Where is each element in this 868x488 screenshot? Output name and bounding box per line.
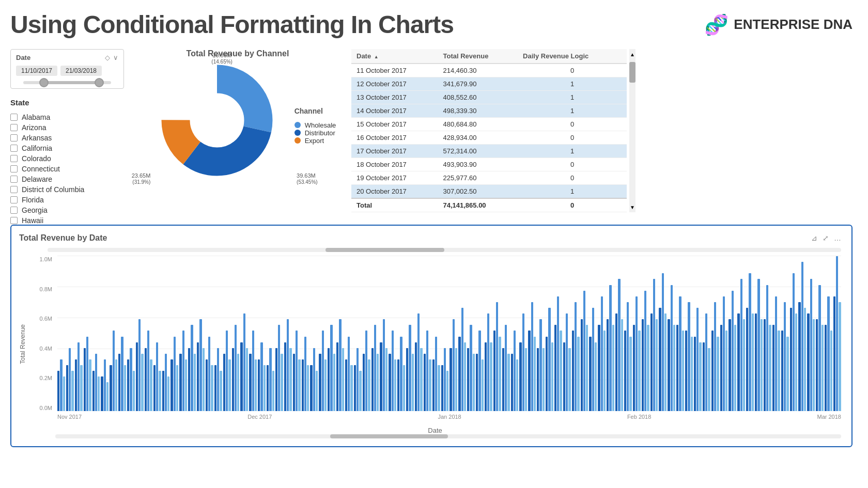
state-checkbox[interactable] xyxy=(10,145,18,152)
bar-group[interactable] xyxy=(807,256,815,411)
bar[interactable] xyxy=(699,342,701,411)
bar[interactable] xyxy=(764,319,766,411)
bar[interactable] xyxy=(795,313,797,411)
bar[interactable] xyxy=(113,330,115,411)
bar[interactable] xyxy=(258,359,260,411)
bar[interactable] xyxy=(705,313,707,411)
bar[interactable] xyxy=(426,330,428,411)
bar[interactable] xyxy=(766,285,768,411)
state-checkbox[interactable] xyxy=(10,176,18,183)
bar-group[interactable] xyxy=(458,256,466,411)
bar[interactable] xyxy=(816,319,818,411)
table-row[interactable]: 13 October 2017408,552.601 xyxy=(351,91,627,104)
bar[interactable] xyxy=(118,354,120,411)
bar[interactable] xyxy=(694,337,696,411)
bar[interactable] xyxy=(525,348,527,411)
bar[interactable] xyxy=(714,302,716,411)
bar-group[interactable] xyxy=(153,256,161,411)
bar[interactable] xyxy=(194,354,196,411)
bar[interactable] xyxy=(293,354,295,411)
bar[interactable] xyxy=(371,348,374,411)
bar[interactable] xyxy=(60,359,62,411)
bar[interactable] xyxy=(409,325,411,411)
bar[interactable] xyxy=(542,348,545,411)
state-item[interactable]: Georgia xyxy=(10,205,124,215)
bar[interactable] xyxy=(167,376,169,411)
bar[interactable] xyxy=(179,354,181,411)
bar-group[interactable] xyxy=(816,256,824,411)
bar[interactable] xyxy=(662,273,664,411)
state-item[interactable]: California xyxy=(10,143,124,153)
bar[interactable] xyxy=(566,313,568,411)
bar[interactable] xyxy=(781,330,783,411)
bar[interactable] xyxy=(63,376,65,411)
bar[interactable] xyxy=(825,325,827,411)
bar[interactable] xyxy=(328,348,330,411)
bar-group[interactable] xyxy=(519,256,527,411)
bar[interactable] xyxy=(798,302,800,411)
bar[interactable] xyxy=(478,330,481,411)
bar[interactable] xyxy=(537,348,539,411)
state-item[interactable]: Delaware xyxy=(10,174,124,184)
state-checkbox[interactable] xyxy=(10,217,18,224)
bar[interactable] xyxy=(778,330,780,411)
bar[interactable] xyxy=(98,376,100,411)
chart-scrollbar-bottom[interactable] xyxy=(55,434,841,438)
bar[interactable] xyxy=(673,325,675,411)
bar-group[interactable] xyxy=(572,256,580,411)
bar[interactable] xyxy=(505,325,507,411)
bar[interactable] xyxy=(581,319,583,411)
filter-icon[interactable]: ⊿ xyxy=(811,234,817,242)
col-logic[interactable]: Daily Revenue Logic xyxy=(518,49,627,64)
bar[interactable] xyxy=(784,302,786,411)
bar[interactable] xyxy=(284,342,286,411)
bar-group[interactable] xyxy=(363,256,370,411)
table-row[interactable]: 17 October 2017572,314.001 xyxy=(351,145,627,158)
bar[interactable] xyxy=(624,330,626,411)
bar[interactable] xyxy=(723,296,725,411)
bar[interactable] xyxy=(746,308,748,411)
bar[interactable] xyxy=(171,359,173,411)
bar[interactable] xyxy=(612,325,614,411)
bar[interactable] xyxy=(453,319,455,411)
bar[interactable] xyxy=(575,302,577,411)
bar[interactable] xyxy=(420,348,422,411)
bar[interactable] xyxy=(296,330,298,411)
bar[interactable] xyxy=(397,359,399,411)
bar[interactable] xyxy=(324,359,327,411)
bar-group[interactable] xyxy=(668,256,675,411)
bar-group[interactable] xyxy=(310,256,318,411)
bar-group[interactable] xyxy=(136,256,144,411)
bar[interactable] xyxy=(546,337,548,411)
table-row[interactable]: 11 October 2017214,460.300 xyxy=(351,64,627,77)
bar[interactable] xyxy=(153,365,156,411)
bar[interactable] xyxy=(339,319,341,411)
bar[interactable] xyxy=(487,313,489,411)
state-item[interactable]: Arizona xyxy=(10,122,124,133)
bar[interactable] xyxy=(89,359,91,411)
bar[interactable] xyxy=(534,337,536,411)
bar-group[interactable] xyxy=(642,256,649,411)
bar[interactable] xyxy=(226,330,228,411)
start-date-input[interactable]: 11/10/2017 xyxy=(16,66,57,76)
bar-group[interactable] xyxy=(354,256,362,411)
bar[interactable] xyxy=(691,337,693,411)
bar[interactable] xyxy=(417,313,420,411)
bar[interactable] xyxy=(743,319,745,411)
bar-group[interactable] xyxy=(240,256,248,411)
bar-group[interactable] xyxy=(275,256,283,411)
table-row[interactable]: 14 October 2017498,339.301 xyxy=(351,104,627,118)
bar-group[interactable] xyxy=(554,256,562,411)
bar-group[interactable] xyxy=(424,256,431,411)
bar-group[interactable] xyxy=(833,256,841,411)
bar-group[interactable] xyxy=(720,256,728,411)
bar[interactable] xyxy=(813,319,815,411)
bar-group[interactable] xyxy=(633,256,641,411)
bar[interactable] xyxy=(71,371,73,411)
bar-group[interactable] xyxy=(502,256,510,411)
date-filter[interactable]: Date ◇ ∨ 11/10/2017 21/03/2018 xyxy=(10,49,124,89)
bar[interactable] xyxy=(281,354,283,411)
bar[interactable] xyxy=(252,330,254,411)
table-row[interactable]: 16 October 2017428,934.000 xyxy=(351,131,627,145)
bar[interactable] xyxy=(563,342,565,411)
